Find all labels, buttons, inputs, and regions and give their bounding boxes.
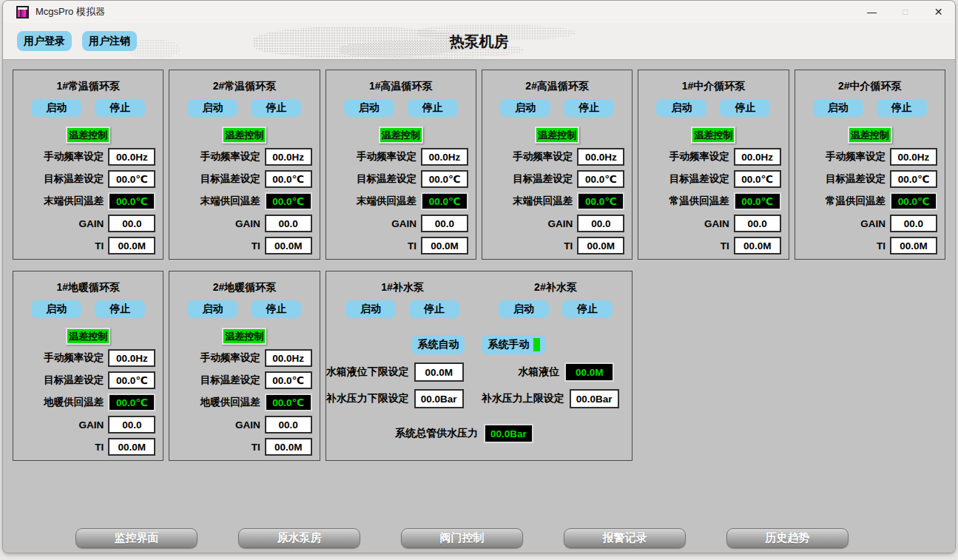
makeup-pressure-low-limit-input[interactable]: 00.0Bar xyxy=(414,389,464,408)
stop-button[interactable]: 停止 xyxy=(251,99,301,117)
field-input-box[interactable]: 00.0M xyxy=(577,237,624,254)
start-button[interactable]: 启动 xyxy=(31,300,81,318)
start-stop-row: 启动 停止 xyxy=(169,99,319,117)
field-input-box[interactable]: 00.0Hz xyxy=(108,349,155,367)
field-input-box[interactable]: 00.0Hz xyxy=(265,148,312,166)
temp-diff-control-button[interactable]: 温差控制 xyxy=(222,328,266,345)
field-input-box[interactable]: 00.0 xyxy=(421,215,468,232)
field-input-box[interactable]: 00.0 xyxy=(108,416,155,434)
stop-button[interactable]: 停止 xyxy=(720,99,770,117)
field-input-box[interactable]: 00.0M xyxy=(265,438,312,456)
field-input-box[interactable]: 00.0℃ xyxy=(108,371,155,389)
field-label: 手动频率设定 xyxy=(357,150,416,163)
field-input-box[interactable]: 00.0 xyxy=(265,215,312,232)
pump-title: 1#常温循环泵 xyxy=(13,80,163,92)
field-input-box[interactable]: 00.0Hz xyxy=(108,148,155,166)
field-input-box[interactable]: 00.0M xyxy=(108,237,155,254)
field-input-box[interactable]: 00.0 xyxy=(734,215,781,232)
stop-button[interactable]: 停止 xyxy=(564,99,614,117)
field-input-box[interactable]: 00.0 xyxy=(577,215,624,232)
nav-valve-control-button[interactable]: 阀门控制 xyxy=(401,528,523,548)
makeup-pressure-high-limit-input[interactable]: 00.0Bar xyxy=(570,389,619,408)
start-button[interactable]: 启动 xyxy=(31,99,81,117)
start-button[interactable]: 启动 xyxy=(344,99,394,117)
field-row: 目标温差设定 00.0℃ xyxy=(795,170,945,188)
system-manual-button[interactable]: 系统手动 xyxy=(482,335,546,354)
water-pump-1-stop-button[interactable]: 停止 xyxy=(409,300,459,318)
field-input-box[interactable]: 00.0 xyxy=(265,416,312,434)
temp-diff-control-button[interactable]: 温差控制 xyxy=(379,126,423,144)
total-pressure-row: 系统总管供水压力 00.0Bar xyxy=(326,424,633,443)
temp-diff-control-button[interactable]: 温差控制 xyxy=(66,328,110,345)
temp-diff-control-button[interactable]: 温差控制 xyxy=(535,126,579,144)
field-row: 手动频率设定 00.0Hz xyxy=(169,148,319,166)
start-button[interactable]: 启动 xyxy=(813,99,863,117)
temp-diff-control-button[interactable]: 温差控制 xyxy=(66,126,110,144)
field-input-box[interactable]: 00.0℃ xyxy=(265,371,312,389)
minimize-button[interactable]: — xyxy=(855,1,888,23)
field-input-box[interactable]: 00.0Hz xyxy=(265,349,312,367)
water-pump-2-start-button[interactable]: 启动 xyxy=(499,300,549,318)
field-input-box[interactable]: 00.0℃ xyxy=(421,170,468,188)
field-input-box[interactable]: 00.0Hz xyxy=(421,148,468,166)
field-input-box[interactable]: 00.0 xyxy=(108,215,155,232)
field-input-box[interactable]: 00.0Hz xyxy=(890,148,937,166)
field-label: 末端供回温差 xyxy=(513,195,573,208)
field-row: TI 00.0M xyxy=(13,237,163,254)
tank-level-low-limit-input[interactable]: 00.0M xyxy=(414,362,464,382)
field-input-box[interactable]: 00.0M xyxy=(265,237,312,254)
temp-diff-control-button[interactable]: 温差控制 xyxy=(691,126,735,144)
pump-panel-4: 2#高温循环泵 启动 停止 温差控制 手动频率设定 00.0Hz 目标温差设定 … xyxy=(482,70,633,260)
field-input-box[interactable]: 00.0M xyxy=(890,237,937,254)
temp-diff-control-button[interactable]: 温差控制 xyxy=(222,126,266,144)
field-label: GAIN xyxy=(548,218,573,229)
field-input-box[interactable]: 00.0℃ xyxy=(577,170,624,188)
field-input-box[interactable]: 00.0Hz xyxy=(577,148,624,166)
field-label: 目标温差设定 xyxy=(44,374,104,387)
nav-history-trends-button[interactable]: 历史趋势 xyxy=(726,528,849,548)
maximize-button: □ xyxy=(888,1,922,23)
field-label: TI xyxy=(252,240,260,252)
temp-diff-control-button[interactable]: 温差控制 xyxy=(848,126,892,144)
field-label: 目标温差设定 xyxy=(669,172,729,186)
water-pump-2-stop-button[interactable]: 停止 xyxy=(562,300,613,318)
field-row: 补水压力下限设定 00.0Bar xyxy=(326,389,482,408)
stop-button[interactable]: 停止 xyxy=(408,99,458,117)
start-stop-row: 启动 停止 xyxy=(479,300,632,318)
start-button[interactable]: 启动 xyxy=(656,99,706,117)
system-auto-button[interactable]: 系统自动 xyxy=(411,335,465,354)
field-label: 补水压力下限设定 xyxy=(326,392,409,405)
field-input-box[interactable]: 00.0M xyxy=(421,237,468,254)
field-row: 手动频率设定 00.0Hz xyxy=(482,148,632,166)
field-row: TI 00.0M xyxy=(326,237,476,254)
nav-raw-water-pump-room-button[interactable]: 原水泵房 xyxy=(238,528,360,548)
stop-button[interactable]: 停止 xyxy=(95,300,145,318)
field-row: 目标温差设定 00.0℃ xyxy=(13,371,163,389)
nav-alarm-records-button[interactable]: 报警记录 xyxy=(564,528,686,548)
close-button[interactable]: ✕ xyxy=(922,1,955,23)
field-row: 目标温差设定 00.0℃ xyxy=(482,170,632,188)
page-title: 热泵机房 xyxy=(3,32,955,52)
field-row: GAIN 00.0 xyxy=(13,215,163,232)
window-controls: — □ ✕ xyxy=(855,1,955,23)
field-input-box[interactable]: 00.0℃ xyxy=(108,170,155,188)
field-input-box[interactable]: 00.0℃ xyxy=(890,170,937,188)
start-button[interactable]: 启动 xyxy=(187,300,237,318)
stop-button[interactable]: 停止 xyxy=(95,99,145,117)
field-input-box[interactable]: 00.0M xyxy=(108,438,155,456)
field-row: GAIN 00.0 xyxy=(638,215,788,232)
field-input-box[interactable]: 00.0Hz xyxy=(734,148,781,166)
stop-button[interactable]: 停止 xyxy=(877,99,927,117)
field-input-box[interactable]: 00.0℃ xyxy=(265,170,312,188)
nav-monitor-screen-button[interactable]: 监控界面 xyxy=(75,528,198,548)
mode-row: 温差控制 xyxy=(169,328,319,345)
start-button[interactable]: 启动 xyxy=(187,99,237,117)
field-input-box[interactable]: 00.0℃ xyxy=(734,170,781,188)
field-label: 手动频率设定 xyxy=(44,351,104,365)
stop-button[interactable]: 停止 xyxy=(251,300,301,318)
start-button[interactable]: 启动 xyxy=(500,99,550,117)
field-input-box[interactable]: 00.0M xyxy=(734,237,781,254)
pump-fields: 手动频率设定 00.0Hz 目标温差设定 00.0℃ 末端供回温差 00.0℃ … xyxy=(13,148,163,254)
water-pump-1-start-button[interactable]: 启动 xyxy=(345,300,396,318)
field-input-box[interactable]: 00.0 xyxy=(890,215,937,232)
